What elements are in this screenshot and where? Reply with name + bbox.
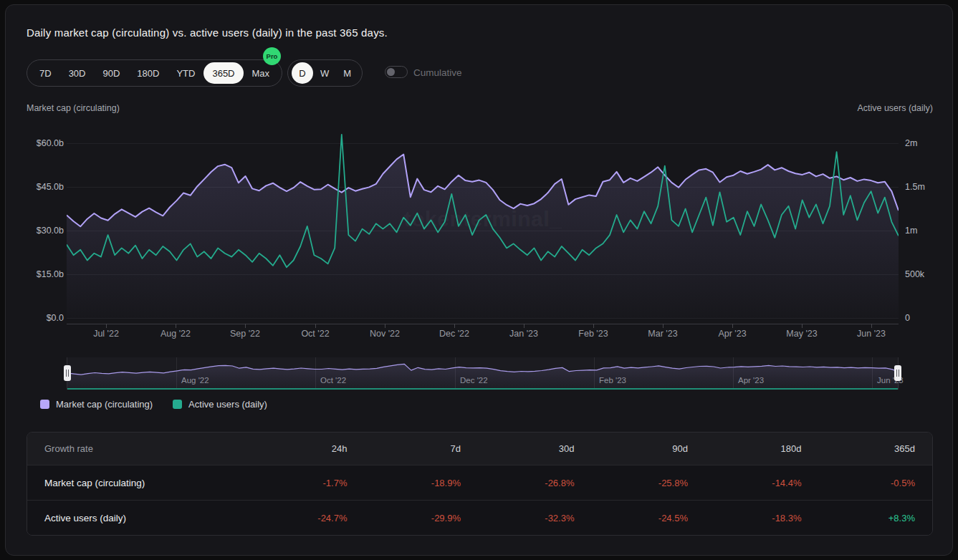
- frequency-button-d[interactable]: D: [292, 62, 313, 84]
- growth-column-30d: 30d: [461, 443, 575, 454]
- growth-column-24h: 24h: [234, 443, 348, 454]
- x-axis-tick-label: Jun '23: [846, 329, 896, 339]
- growth-column-180d: 180d: [688, 443, 802, 454]
- growth-cell: -32.3%: [461, 513, 575, 523]
- growth-cell: -24.5%: [575, 513, 689, 523]
- frequency-group: DWM: [287, 59, 363, 87]
- growth-table-title: Growth rate: [44, 443, 234, 454]
- page: Daily market cap (circulating) vs. activ…: [0, 0, 958, 560]
- growth-cell: -29.9%: [348, 513, 461, 523]
- legend-item-market-cap-circulating-[interactable]: Market cap (circulating): [40, 399, 153, 410]
- growth-cell: -25.8%: [575, 478, 689, 488]
- y-axis-tick-left: $15.0b: [8, 269, 64, 279]
- x-axis-tick-label: Sep '22: [220, 329, 270, 339]
- y-axis-tick-right: 500k: [905, 269, 924, 279]
- range-button-180d[interactable]: 180D: [128, 62, 168, 84]
- x-axis-tick-mark: [176, 324, 176, 328]
- frequency-button-m[interactable]: M: [336, 62, 358, 84]
- y-axis-tick-right: 1m: [905, 226, 917, 236]
- legend-label: Market cap (circulating): [56, 399, 153, 410]
- y-axis-tick-left: $60.0b: [8, 138, 64, 148]
- legend-swatch-icon: [173, 400, 182, 409]
- range-button-30d[interactable]: 30D: [60, 62, 95, 84]
- range-button-7d[interactable]: 7D: [31, 62, 60, 84]
- growth-column-7d: 7d: [348, 443, 461, 454]
- main-chart[interactable]: [67, 130, 899, 324]
- page-title: Daily market cap (circulating) vs. activ…: [27, 26, 388, 39]
- range-button-max[interactable]: Max: [244, 62, 279, 84]
- range-button-90d[interactable]: 90D: [94, 62, 128, 84]
- navigator-left-handle[interactable]: [64, 365, 71, 381]
- x-axis-tick-mark: [385, 324, 385, 328]
- legend-label: Active users (daily): [188, 399, 267, 410]
- x-axis-tick-mark: [106, 324, 107, 328]
- growth-cell: -18.3%: [688, 513, 802, 523]
- toggle-knob-icon: [387, 68, 395, 76]
- x-axis-tick-mark: [245, 324, 246, 328]
- growth-cell: -24.7%: [234, 513, 348, 523]
- growth-cell: +8.3%: [802, 513, 916, 523]
- x-axis-line: [67, 324, 899, 324]
- x-axis-tick-label: Feb '23: [568, 329, 618, 339]
- x-axis-tick-label: Mar '23: [638, 329, 688, 339]
- row-label: Market cap (circulating): [44, 478, 234, 488]
- cumulative-label: Cumulative: [413, 67, 462, 78]
- cumulative-toggle[interactable]: [385, 66, 408, 78]
- x-axis-tick-mark: [802, 324, 803, 328]
- legend: Market cap (circulating)Active users (da…: [40, 399, 267, 410]
- x-axis-tick-label: Apr '23: [707, 329, 757, 339]
- row-label: Active users (daily): [44, 513, 234, 523]
- x-axis-tick-mark: [315, 324, 316, 328]
- growth-column-90d: 90d: [575, 443, 689, 454]
- table-row-active-users-daily-: Active users (daily)-24.7%-29.9%-32.3%-2…: [27, 500, 932, 535]
- x-axis-tick-label: Oct '22: [290, 329, 340, 339]
- growth-rate-table: Growth rate24h7d30d90d180d365d Market ca…: [27, 432, 933, 536]
- navigator-baseline: [67, 388, 898, 390]
- y-axis-tick-left: $45.0b: [8, 182, 64, 192]
- navigator-right-handle[interactable]: [894, 365, 901, 381]
- range-navigator[interactable]: Aug '22Oct '22Dec '22Feb '23Apr '23Jun '…: [67, 357, 899, 390]
- right-axis-title: Active users (daily): [857, 103, 933, 113]
- x-axis-tick-label: May '23: [777, 329, 827, 339]
- growth-cell: -1.7%: [234, 478, 348, 488]
- y-axis-tick-right: 1.5m: [905, 182, 925, 192]
- x-axis-tick-mark: [871, 324, 872, 328]
- growth-cell: -0.5%: [802, 478, 916, 488]
- y-axis-tick-right: 0: [905, 313, 910, 323]
- y-axis-tick-right: 2m: [905, 138, 917, 148]
- time-range-group: 7D30D90D180DYTD365DMax: [27, 59, 282, 87]
- growth-cell: -14.4%: [688, 478, 802, 488]
- x-axis-tick-label: Nov '22: [360, 329, 410, 339]
- growth-cell: -26.8%: [461, 478, 575, 488]
- range-button-ytd[interactable]: YTD: [168, 62, 203, 84]
- y-axis-tick-left: $30.0b: [8, 226, 64, 236]
- y-axis-tick-left: $0.0: [8, 313, 64, 323]
- left-axis-title: Market cap (circulating): [27, 103, 120, 113]
- x-axis-tick-mark: [732, 324, 733, 328]
- pro-badge: Pro: [263, 47, 281, 65]
- x-axis-tick-label: Aug '22: [150, 329, 201, 339]
- frequency-button-w[interactable]: W: [313, 62, 336, 84]
- x-axis-tick-mark: [593, 324, 594, 328]
- growth-cell: -18.9%: [348, 478, 461, 488]
- range-button-365d[interactable]: 365D: [203, 62, 243, 84]
- legend-item-active-users-daily-[interactable]: Active users (daily): [173, 399, 267, 410]
- x-axis-tick-mark: [524, 324, 524, 328]
- x-axis-tick-mark: [454, 324, 455, 328]
- legend-swatch-icon: [40, 400, 49, 409]
- growth-column-365d: 365d: [802, 443, 916, 454]
- chart-card: Daily market cap (circulating) vs. activ…: [5, 4, 953, 556]
- table-row-market-cap-circulating-: Market cap (circulating)-1.7%-18.9%-26.8…: [27, 465, 932, 500]
- x-axis-tick-label: Dec '22: [429, 329, 479, 339]
- x-axis-tick-mark: [663, 324, 664, 328]
- x-axis-tick-label: Jul '22: [81, 329, 131, 339]
- x-axis-tick-label: Jan '23: [499, 329, 549, 339]
